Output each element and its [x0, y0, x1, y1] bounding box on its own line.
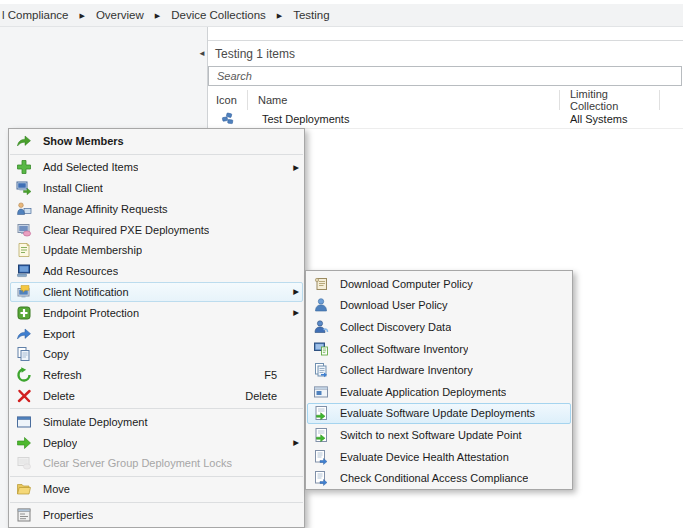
collapse-panel-arrow-icon[interactable]: ◄: [198, 49, 206, 58]
column-header-filler: [660, 90, 683, 110]
menu-item[interactable]: Properties ▶: [10, 505, 303, 526]
device-collection-icon: [208, 112, 248, 126]
client-notification-icon: [15, 284, 33, 300]
menu-item[interactable]: Show Members ▶: [10, 131, 303, 152]
column-header-name[interactable]: Name: [248, 90, 560, 110]
context-menu: Show Members ▶ Add Selected Items ▶ Inst…: [8, 128, 305, 528]
row-name: Test Deployments: [248, 113, 560, 125]
menu-item-shortcut: F5: [264, 369, 285, 381]
menu-item-label: Install Client: [43, 182, 103, 194]
menu-item-label: Properties: [43, 509, 93, 521]
menu-item[interactable]: Refresh F5 ▶: [10, 365, 303, 386]
clear-pxe-deployments-icon: [15, 222, 33, 238]
submenu-item-label: Download User Policy: [340, 299, 448, 311]
submenu-item[interactable]: Collect Discovery Data ▶: [307, 316, 571, 338]
menu-item-label: Clear Required PXE Deployments: [43, 224, 209, 236]
menu-item[interactable]: Add Selected Items ▶: [10, 157, 303, 178]
menu-item[interactable]: Simulate Deployment ▶: [10, 411, 303, 432]
menu-item[interactable]: Clear Server Group Deployment Locks ▶: [10, 453, 303, 474]
menu-item[interactable]: Update Membership ▶: [10, 240, 303, 261]
menu-item[interactable]: Delete Delete ▶: [10, 386, 303, 407]
menu-item-label: Refresh: [43, 369, 82, 381]
menu-item-label: Clear Server Group Deployment Locks: [43, 457, 232, 469]
submenu-item-label: Evaluate Application Deployments: [340, 386, 506, 398]
menu-item-label: Add Resources: [43, 265, 118, 277]
breadcrumb-item[interactable]: l Compliance ▶: [2, 9, 96, 21]
breadcrumb-item-label: Device Collections: [171, 9, 266, 21]
evaluate-software-update-deployments-icon: [312, 405, 330, 421]
menu-item[interactable]: Export ▶: [10, 323, 303, 344]
submenu-item-label: Evaluate Software Update Deployments: [340, 407, 535, 419]
search-input[interactable]: [209, 67, 681, 85]
submenu-arrow-icon: ▶: [285, 308, 299, 317]
column-header-row: Icon Name Limiting Collection: [208, 90, 683, 111]
menu-item[interactable]: Endpoint Protection ▶: [10, 302, 303, 323]
check-conditional-access-compliance-icon: [312, 470, 330, 486]
show-members-icon: [15, 133, 33, 149]
submenu-item[interactable]: Evaluate Application Deployments ▶: [307, 381, 571, 403]
submenu-item[interactable]: Collect Software Inventory ▶: [307, 338, 571, 360]
breadcrumb-item[interactable]: Testing ▶: [293, 9, 329, 21]
table-row[interactable]: Test Deployments All Systems: [208, 110, 683, 129]
submenu-arrow-icon: ▶: [285, 438, 299, 447]
column-header-icon[interactable]: Icon: [208, 90, 248, 110]
breadcrumb: l Compliance ▶ Overview ▶ Device Collect…: [0, 4, 683, 27]
menu-item-label: Manage Affinity Requests: [43, 203, 168, 215]
breadcrumb-item-label: l Compliance: [2, 9, 68, 21]
menu-item-label: Endpoint Protection: [43, 307, 139, 319]
manage-affinity-requests-icon: [15, 201, 33, 217]
menu-separator: [10, 154, 303, 155]
copy-icon: [15, 346, 33, 362]
menu-item[interactable]: Clear Required PXE Deployments ▶: [10, 219, 303, 240]
download-user-policy-icon: [312, 297, 330, 313]
submenu-item[interactable]: Download Computer Policy ▶: [307, 273, 571, 295]
collect-discovery-data-icon: [312, 319, 330, 335]
submenu-item-label: Collect Hardware Inventory: [340, 364, 473, 376]
clear-server-group-locks-icon: [15, 455, 33, 471]
menu-item[interactable]: Move ▶: [10, 479, 303, 500]
menu-item-label: Move: [43, 483, 70, 495]
breadcrumb-chevron-icon: ▶: [277, 12, 282, 20]
menu-item[interactable]: Deploy ▶: [10, 432, 303, 453]
breadcrumb-item-label: Testing: [293, 9, 329, 21]
properties-icon: [15, 507, 33, 523]
menu-item[interactable]: Manage Affinity Requests ▶: [10, 198, 303, 219]
submenu-item[interactable]: Download User Policy ▶: [307, 295, 571, 317]
submenu-item[interactable]: Evaluate Device Health Attestation ▶: [307, 446, 571, 468]
breadcrumb-item[interactable]: Device Collections ▶: [171, 9, 293, 21]
breadcrumb-chevron-icon: ▶: [155, 12, 160, 20]
menu-separator: [10, 502, 303, 503]
submenu-item[interactable]: Check Conditional Access Compliance ▶: [307, 467, 571, 489]
menu-item[interactable]: Copy ▶: [10, 344, 303, 365]
add-resources-icon: [15, 263, 33, 279]
list-title: Testing 1 items: [215, 47, 295, 61]
menu-item-label: Add Selected Items: [43, 161, 138, 173]
deploy-icon: [15, 435, 33, 451]
submenu-item[interactable]: Evaluate Software Update Deployments ▶: [307, 403, 571, 425]
menu-item-label: Delete: [43, 390, 75, 402]
menu-item[interactable]: Add Resources ▶: [10, 261, 303, 282]
submenu-item[interactable]: Switch to next Software Update Point ▶: [307, 424, 571, 446]
list-title-bar: ◄ Testing 1 items: [208, 40, 683, 66]
client-notification-submenu: Download Computer Policy ▶ Download User…: [305, 270, 573, 490]
collect-software-inventory-icon: [312, 341, 330, 357]
row-limiting-collection: All Systems: [560, 113, 660, 125]
breadcrumb-item[interactable]: Overview ▶: [96, 9, 171, 21]
column-header-limiting-collection[interactable]: Limiting Collection: [560, 90, 660, 110]
switch-software-update-point-icon: [312, 427, 330, 443]
endpoint-protection-icon: [15, 305, 33, 321]
submenu-item[interactable]: Collect Hardware Inventory ▶: [307, 359, 571, 381]
export-icon: [15, 326, 33, 342]
breadcrumb-chevron-icon: ▶: [79, 12, 84, 20]
menu-item[interactable]: Install Client ▶: [10, 178, 303, 199]
download-computer-policy-icon: [312, 276, 330, 292]
search-box: [208, 66, 682, 86]
submenu-item-label: Collect Software Inventory: [340, 343, 468, 355]
update-membership-icon: [15, 242, 33, 258]
submenu-item-label: Switch to next Software Update Point: [340, 429, 522, 441]
delete-icon: [15, 388, 33, 404]
menu-item[interactable]: Client Notification ▶: [10, 282, 303, 303]
install-client-icon: [15, 180, 33, 196]
menu-item-label: Update Membership: [43, 244, 142, 256]
menu-item-label: Show Members: [43, 135, 124, 147]
